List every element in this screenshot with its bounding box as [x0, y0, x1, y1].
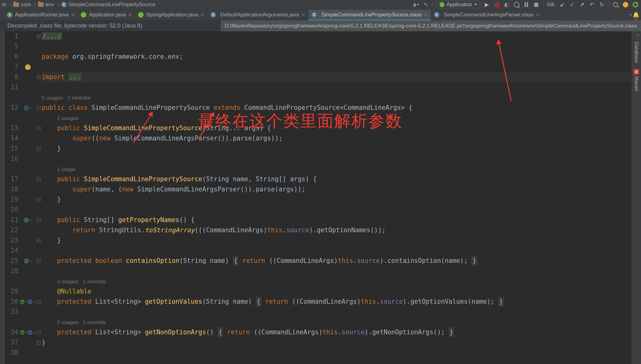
- search-icon[interactable]: [613, 2, 619, 8]
- file-path-tooltip: D:\MavenRepository\org\springframework\s…: [221, 20, 641, 31]
- chevron-down-icon: [474, 4, 477, 6]
- separator: [433, 1, 433, 8]
- breadcrumb-item[interactable]: core: [13, 2, 32, 8]
- usage-inlay[interactable]: 2 usages 1 override: [57, 279, 106, 285]
- close-icon[interactable]: ×: [424, 12, 428, 18]
- class-icon: C: [61, 2, 67, 7]
- run-icon[interactable]: ▶: [484, 2, 490, 8]
- usage-inlay[interactable]: 5 usages 1 inheritor: [42, 95, 91, 101]
- spring-tool-icon[interactable]: [632, 2, 639, 8]
- class-icon: C: [434, 12, 440, 18]
- run-config-dropdown[interactable]: Application: [437, 1, 480, 8]
- fold-collapse-icon[interactable]: −: [37, 259, 41, 263]
- spring-icon: [440, 2, 444, 7]
- git-commit-icon[interactable]: ✓: [569, 2, 575, 8]
- implements-gutter-icon[interactable]: I: [24, 106, 28, 110]
- git-history-icon[interactable]: ↶: [589, 2, 595, 8]
- override-gutter-icon[interactable]: O: [24, 218, 28, 222]
- tab-label: SimpleCommandLinePropertySource.class: [321, 12, 422, 18]
- tab-label: SimpleCommandLineArgsParser.class: [444, 12, 534, 18]
- gutter-icons[interactable]: I↓O↑O↑O↑I↓O↑I↓: [20, 31, 36, 364]
- folder-icon: [13, 2, 19, 7]
- implements-gutter-icon[interactable]: I: [28, 300, 32, 304]
- interface-icon: I: [7, 12, 12, 18]
- editor-tab[interactable]: CSimpleCommandLinePropertySource.class×: [308, 10, 431, 20]
- separator: [609, 1, 609, 8]
- editor-tab[interactable]: SpringApplication.java×: [135, 10, 207, 20]
- fold-collapse-icon[interactable]: −: [37, 300, 41, 304]
- tab-label: SpringApplication.java: [146, 12, 198, 18]
- breadcrumb-item[interactable]: CSimpleCommandLinePropertySource: [61, 2, 156, 8]
- debug-icon[interactable]: 🐞: [494, 2, 500, 8]
- close-icon[interactable]: ×: [201, 12, 204, 18]
- spring-icon: [138, 12, 144, 18]
- implements-gutter-icon[interactable]: I: [28, 330, 32, 335]
- line-numbers-gutter[interactable]: 1567811121314151617181920212223242528293…: [5, 31, 20, 364]
- tab-label: ApplicationRunner.java: [15, 12, 69, 18]
- profiler-icon[interactable]: [513, 2, 520, 8]
- fold-expand-icon[interactable]: +: [37, 35, 41, 38]
- pause-icon[interactable]: [523, 2, 530, 8]
- close-icon[interactable]: ×: [302, 12, 305, 18]
- fold-end-icon[interactable]: ⌐: [37, 341, 41, 345]
- bell-icon: 🔔: [634, 11, 639, 17]
- override-gutter-icon[interactable]: O: [20, 300, 24, 304]
- fold-expand-icon[interactable]: +: [37, 75, 41, 79]
- close-icon[interactable]: ×: [536, 12, 539, 18]
- usage-inlay[interactable]: 2 usages 1 override: [57, 319, 106, 325]
- breadcrumb-item[interactable]: rk: [1, 2, 7, 8]
- coverage-icon[interactable]: ◐: [504, 2, 510, 8]
- fold-collapse-icon[interactable]: −: [37, 106, 41, 110]
- spring-icon: [81, 12, 86, 18]
- ide-settings-icon[interactable]: [622, 2, 629, 8]
- database-icon: [634, 34, 639, 40]
- breadcrumb[interactable]: rk core env CSimpleCommandLinePropertySo…: [0, 0, 156, 9]
- git-rollback-icon[interactable]: ↻: [599, 2, 605, 8]
- database-tool-button[interactable]: Database: [634, 31, 639, 66]
- fold-collapse-icon[interactable]: −: [37, 126, 41, 130]
- run-config-label: Application: [446, 2, 472, 8]
- override-gutter-icon[interactable]: O: [20, 330, 24, 335]
- close-icon[interactable]: ×: [71, 12, 75, 18]
- git-update-icon[interactable]: ↙: [559, 2, 565, 8]
- close-icon[interactable]: ×: [128, 12, 132, 18]
- maven-tool-button[interactable]: m Maven: [634, 66, 639, 94]
- editor-tabs: IApplicationRunner.java×Application.java…: [0, 10, 641, 20]
- stop-icon[interactable]: [533, 2, 539, 8]
- maven-icon: m: [634, 69, 639, 75]
- fold-column[interactable]: ++−−⌐−⌐−⌐−−−⌐: [36, 31, 42, 364]
- fold-collapse-icon[interactable]: −: [37, 331, 41, 334]
- build-icon[interactable]: ↖: [423, 2, 429, 8]
- account-icon[interactable]: [413, 2, 419, 8]
- editor-area[interactable]: 1567811121314151617181920212223242528293…: [0, 31, 631, 364]
- tab-label: Application.java: [89, 12, 126, 18]
- git-push-icon[interactable]: ↗: [579, 2, 585, 8]
- fold-end-icon[interactable]: ⌐: [37, 147, 41, 151]
- editor-tab[interactable]: IApplicationRunner.java×: [4, 10, 78, 20]
- left-margin-strip: [0, 31, 5, 364]
- decompiled-banner: Decompiled .class file, bytecode version…: [0, 20, 641, 31]
- fold-collapse-icon[interactable]: −: [37, 218, 41, 222]
- editor-tab[interactable]: Application.java×: [78, 10, 135, 20]
- fold-collapse-icon[interactable]: −: [37, 178, 41, 181]
- fold-end-icon[interactable]: ⌐: [37, 198, 41, 202]
- code-body[interactable]: /.../package org.springframework.core.en…: [42, 31, 631, 364]
- git-label: Git:: [547, 2, 555, 8]
- class-icon: C: [311, 12, 317, 18]
- folder-icon: [38, 2, 44, 7]
- editor-tab[interactable]: CSimpleCommandLineArgsParser.class×: [431, 10, 543, 20]
- breadcrumb-item[interactable]: env: [37, 2, 54, 8]
- class-icon: C: [210, 12, 216, 18]
- tab-label: DefaultApplicationArguments.java: [220, 12, 299, 18]
- usage-inlay[interactable]: 1 usage: [57, 166, 76, 172]
- editor-tab[interactable]: CDefaultApplicationArguments.java×: [207, 10, 309, 20]
- usage-inlay[interactable]: 2 usages: [57, 115, 78, 121]
- override-gutter-icon[interactable]: O: [24, 259, 28, 263]
- separator: [543, 1, 544, 8]
- fold-end-icon[interactable]: ⌐: [37, 239, 41, 242]
- intention-bulb-icon[interactable]: [25, 64, 31, 70]
